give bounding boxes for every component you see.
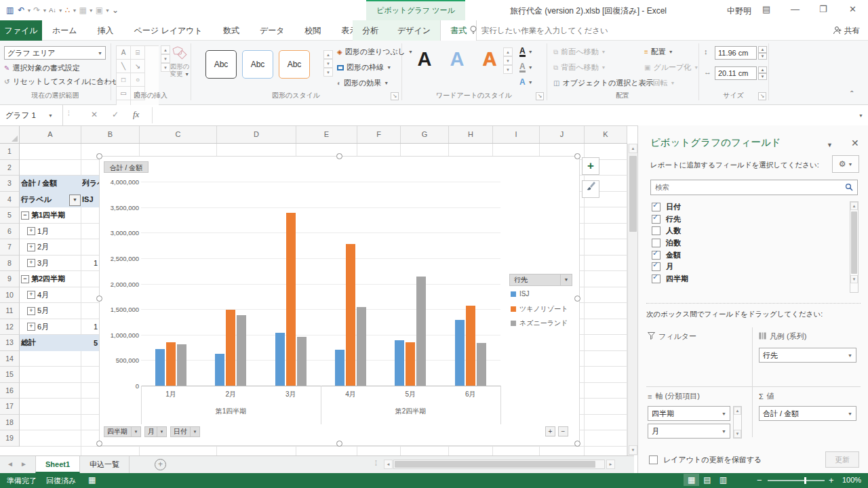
tab-デザイン[interactable]: デザイン — [388, 20, 440, 41]
column-header-E[interactable]: E — [296, 126, 357, 143]
field-item-金額[interactable]: ✓金額 — [652, 249, 846, 261]
expand-icon[interactable]: + — [27, 227, 35, 235]
wordart-scroll[interactable]: ▲▼▼ — [503, 47, 513, 74]
collapse-icon[interactable]: − — [21, 211, 29, 220]
redo-button[interactable]: ↷▼ — [31, 5, 47, 15]
tab-ページ レイアウト[interactable]: ページ レイアウト — [124, 20, 213, 41]
bar-ネズニーランド-4月[interactable] — [357, 307, 366, 386]
collapse-ribbon-icon[interactable]: ⌃ — [849, 89, 854, 97]
qat-customize-button[interactable]: ⌄ — [110, 5, 121, 15]
pivot-button[interactable]: ▦▼ — [77, 5, 93, 15]
group-button[interactable]: ▣ グループ化▼ — [644, 62, 698, 73]
expand-icon[interactable]: + — [27, 307, 35, 315]
pivot-cell-a12[interactable]: +6月 — [27, 319, 81, 336]
zoom-in-button[interactable]: + — [829, 475, 834, 485]
bring-forward-button[interactable]: ⧉ 前面へ移動▼ — [553, 47, 606, 57]
tab-挿入[interactable]: 挿入 — [87, 20, 124, 41]
shape-width-field[interactable]: 20.11 cm — [715, 66, 757, 80]
vertical-scrollbar-thumb[interactable] — [629, 156, 637, 232]
bar-ISJ-1月[interactable] — [155, 349, 165, 386]
expand-formula-bar-icon[interactable]: ▼ — [859, 113, 863, 118]
axis-field-button-日付[interactable]: 日付▼ — [170, 426, 200, 437]
shape-fill-button[interactable]: ◈ 図形の塗りつぶし▼ — [337, 47, 413, 57]
selection-handle[interactable] — [96, 153, 102, 159]
text-outline-button[interactable]: A▼ — [519, 62, 533, 73]
checkbox-checked[interactable]: ✓ — [652, 203, 660, 211]
chart-legend-field-button[interactable]: 行先 ▼ — [509, 274, 572, 286]
size-dialog-launcher-icon[interactable]: ↘ — [758, 92, 766, 100]
tab-file[interactable]: ファイル — [0, 20, 42, 41]
pane-close-icon[interactable]: ✕ — [851, 138, 859, 148]
shape-icon-2[interactable]: ╲ — [117, 60, 131, 73]
pivot-cell-a5[interactable]: −第1四半期 — [21, 207, 81, 224]
selection-handle[interactable] — [96, 296, 102, 302]
new-sheet-button[interactable]: + — [155, 459, 166, 470]
pivot-cell-a9[interactable]: −第2四半期 — [21, 271, 81, 287]
column-header-K[interactable]: K — [585, 126, 627, 143]
quick-analysis-button[interactable]: ∴▼ — [63, 5, 77, 15]
normal-view-icon[interactable]: ▦ — [684, 474, 699, 486]
save-button[interactable]: ▥ — [4, 5, 16, 15]
row-header-1[interactable]: 1 — [0, 144, 20, 160]
pivot-cell-b12-value[interactable]: 1 — [80, 319, 98, 336]
shape-height-field[interactable]: 11.96 cm — [715, 46, 757, 60]
pivot-cell-b13-value[interactable]: 5 — [80, 335, 98, 351]
field-item-日付[interactable]: ✓日付 — [652, 201, 846, 214]
column-header-G[interactable]: G — [401, 126, 449, 143]
row-header-8[interactable]: 8 — [0, 256, 20, 272]
selection-pane-button[interactable]: ◫ オブジェクトの選択と表示 — [553, 78, 654, 88]
row-header-4[interactable]: 4 — [0, 192, 20, 208]
bar-ISJ-3月[interactable] — [275, 333, 285, 386]
sheet-next-icon[interactable]: ► — [20, 460, 27, 468]
pivot-cell-a11[interactable]: +5月 — [27, 303, 81, 319]
scroll-down-icon[interactable]: ▼ — [629, 445, 637, 455]
table-button[interactable]: ▣▼ — [94, 5, 110, 15]
shape-icon-4[interactable]: □ — [117, 73, 131, 87]
axis-field-button-月[interactable]: 月▼ — [144, 426, 167, 437]
selection-handle[interactable] — [336, 441, 342, 447]
hscroll-left-icon[interactable]: ◄ — [384, 460, 393, 469]
signed-in-user[interactable]: 中野明 — [727, 5, 751, 17]
bar-ISJ-4月[interactable] — [335, 350, 344, 386]
expand-icon[interactable]: + — [27, 243, 35, 251]
zoom-slider[interactable] — [768, 480, 825, 481]
pane-options-icon[interactable]: ▼ — [827, 142, 833, 148]
zoom-level[interactable]: 100% — [842, 476, 861, 484]
row-header-6[interactable]: 6 — [0, 224, 20, 240]
chart-styles-button[interactable] — [582, 180, 599, 198]
wordart-style-3[interactable]: A — [475, 45, 505, 73]
selection-handle[interactable] — [336, 153, 342, 159]
bar-ISJ-5月[interactable] — [395, 340, 404, 386]
vertical-scrollbar[interactable]: ▲ ▼ — [627, 144, 637, 455]
field-item-行先[interactable]: ✓行先 — [652, 214, 846, 226]
field-item-泊数[interactable]: 泊数 — [652, 237, 846, 249]
horizontal-scrollbar-thumb[interactable] — [395, 461, 595, 468]
tab-校閲[interactable]: 校閲 — [294, 20, 331, 41]
select-all-corner[interactable] — [0, 126, 20, 143]
shape-icon-5[interactable]: ○ — [131, 73, 145, 87]
zoom-slider-handle[interactable] — [804, 477, 806, 484]
row-header-5[interactable]: 5 — [0, 207, 20, 224]
rotate-button[interactable]: ↻ 回転▼ — [644, 78, 675, 88]
shape-style-2[interactable]: Abc — [242, 50, 273, 79]
horizontal-scrollbar[interactable] — [393, 460, 605, 469]
insert-function-icon[interactable]: fx — [133, 109, 139, 120]
chart-element-selector[interactable]: グラフ エリア▼ — [4, 46, 106, 60]
shape-style-1[interactable]: Abc — [205, 50, 237, 79]
field-item-月[interactable]: ✓月 — [652, 261, 846, 273]
selection-handle[interactable] — [574, 441, 580, 447]
pivot-cell-a13[interactable]: 総計 — [21, 335, 81, 351]
row-header-16[interactable]: 16 — [0, 383, 20, 399]
cancel-formula-icon[interactable]: ✕ — [91, 110, 98, 119]
drill-down-button[interactable]: + — [545, 426, 555, 436]
shape-gallery[interactable]: A⌸╲↘□○▭△⌐ — [116, 45, 159, 114]
column-header-C[interactable]: C — [140, 126, 217, 143]
scroll-up-icon[interactable]: ▲ — [629, 144, 637, 153]
shape-gallery-scroll[interactable]: ▲▼▼ — [161, 45, 170, 72]
tab-分析[interactable]: 分析 — [353, 20, 388, 41]
bar-ツキノリゾート-1月[interactable] — [166, 342, 176, 386]
axis-field-月[interactable]: 月▼ — [648, 424, 730, 439]
bar-ツキノリゾート-2月[interactable] — [226, 310, 235, 386]
column-header-I[interactable]: I — [493, 126, 540, 143]
checkbox-checked[interactable]: ✓ — [652, 215, 660, 224]
